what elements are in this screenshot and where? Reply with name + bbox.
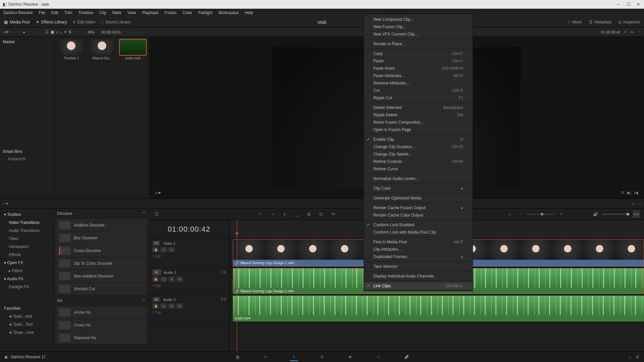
clip-audio[interactable]: audio.mp4 — [120, 40, 146, 60]
a2-auto-icon[interactable]: ◻ — [160, 303, 167, 309]
audiofx-category[interactable]: ▾ Audio FX — [0, 275, 53, 283]
a1-solo-button[interactable]: S — [168, 277, 175, 282]
media-pool-toggle[interactable]: ▦ Media Pool — [4, 20, 30, 24]
ctx-paste[interactable]: PasteCtrl+V — [364, 57, 473, 65]
ctx-conform-lock-with-media-pool-clip[interactable]: Conform Lock with Media Pool Clip — [364, 229, 473, 236]
cross-dissolve[interactable]: Cross Dissolve — [56, 245, 147, 257]
a2-solo-button[interactable]: S — [168, 303, 175, 309]
media-page-icon[interactable]: ▦ — [233, 353, 241, 361]
zoom-slider[interactable] — [527, 214, 554, 215]
menu-view[interactable]: View — [127, 10, 136, 15]
ctx-link-clips[interactable]: ✓Link ClipsCtrl+Alt+L — [364, 282, 473, 290]
selection-tool-icon[interactable]: ↖ — [257, 210, 264, 218]
ctx-enable-clip[interactable]: ✓Enable ClipD — [364, 136, 473, 143]
toolbox-category[interactable]: ▾ Toolbox — [0, 210, 53, 219]
master-bin[interactable]: Master — [3, 40, 52, 44]
replace-icon[interactable]: ⟲ — [329, 210, 337, 218]
blur-dissolve[interactable]: Blur Dissolve — [56, 232, 147, 244]
panel-toggle-icon[interactable]: ▭▾ — [3, 201, 8, 206]
fairlightfx-item[interactable]: Fairlight FX — [0, 283, 53, 291]
sort-icon[interactable]: ⇅ — [68, 30, 71, 34]
ctx-change-clip-duration-[interactable]: Change Clip Duration...Ctrl+D — [364, 143, 473, 150]
ctx-conform-lock-enabled[interactable]: ✓Conform Lock Enabled — [364, 221, 473, 229]
smart-bins-header[interactable]: Smart Bins — [3, 149, 31, 154]
arrow-iris[interactable]: Arrow Iris — [56, 306, 147, 318]
fusion-page-icon[interactable]: ⊚ — [318, 353, 326, 361]
dip-to-color-dissolve[interactable]: Dip To Color Dissolve — [56, 257, 147, 269]
ctx-cut[interactable]: CutCtrl+X — [364, 87, 473, 94]
dynamic-trim-icon[interactable]: ⫿ — [281, 210, 288, 218]
loop-icon[interactable]: ⟳ — [621, 190, 625, 195]
ctx-take-selector[interactable]: Take Selector — [364, 263, 473, 270]
ctx-paste-insert[interactable]: Paste InsertCtrl+Shift+V — [364, 65, 473, 72]
menu-edit[interactable]: Edit — [51, 10, 58, 15]
search-timeline-icon[interactable]: ⌕ — [506, 210, 513, 218]
ctx-duplicated-frames[interactable]: Duplicated Frames▸ — [364, 253, 473, 260]
ctx-retime-curve[interactable]: Retime Curve — [364, 165, 473, 173]
inspector-toggle[interactable]: ◎Inspector — [618, 20, 640, 24]
non-additive-dissolve[interactable]: Non-Additive Dissolve — [56, 270, 147, 282]
titles-item[interactable]: Titles — [0, 235, 53, 243]
dim-button[interactable]: DIM — [633, 210, 640, 218]
metadata-toggle[interactable]: ☰Metadata — [589, 20, 611, 24]
volume-slider[interactable] — [602, 214, 629, 215]
viewer-zoom[interactable]: 39% — [87, 30, 95, 34]
nav-back-icon[interactable]: ‹ — [11, 30, 12, 34]
ctx-retime-controls[interactable]: Retime ControlsCtrl+R — [364, 158, 473, 165]
edit-index-toggle[interactable]: ≡ Edit Index — [73, 20, 95, 24]
ctx-new-vfx-connect-clip-[interactable]: New VFX Connect Clip... — [364, 31, 473, 38]
list-view-icon[interactable]: ☲ — [45, 30, 49, 34]
ctx-reset-fusion-composition-[interactable]: Reset Fusion Composition... — [364, 119, 473, 126]
keywords-bin[interactable]: Keywords — [3, 154, 31, 164]
ctx-open-in-fusion-page[interactable]: Open in Fusion Page — [364, 126, 473, 133]
insert-icon[interactable]: ⊞ — [305, 210, 313, 218]
nav-fwd-icon[interactable]: › — [14, 30, 15, 34]
minimize-button[interactable]: ─ — [615, 1, 621, 7]
filters-item[interactable]: ▸ Filters — [0, 267, 53, 275]
clip-timeline1[interactable]: Timeline 1 — [58, 40, 84, 60]
timeline-view-icon[interactable]: ☲ — [153, 210, 160, 218]
zoom-out-icon[interactable]: − — [517, 210, 524, 218]
match-frame-icon[interactable]: ▶| — [627, 190, 631, 195]
a2-mute-button[interactable]: M — [176, 303, 183, 309]
effects-options-icon[interactable]: ⋯ — [637, 201, 641, 206]
ctx-render-cache-color-output[interactable]: Render Cache Color Output — [364, 212, 473, 219]
sound-library-toggle[interactable]: ♪ Sound Library — [101, 20, 130, 24]
ctx-render-cache-fusion-output[interactable]: Render Cache Fusion Output▸ — [364, 204, 473, 212]
menu-playback[interactable]: Playback — [142, 10, 158, 15]
options-icon[interactable]: ⋯ — [73, 30, 77, 34]
cross-iris[interactable]: Cross Iris — [56, 319, 147, 331]
search-icon[interactable]: ⌕ — [60, 30, 62, 34]
ctx-find-in-media-pool[interactable]: Find In Media PoolAlt+F — [364, 238, 473, 246]
menu-trim[interactable]: Trim — [64, 10, 72, 15]
a2-header[interactable]: A2Audio 22.0 🔒◻SM 1 Clip — [149, 295, 229, 322]
color-page-icon[interactable]: ✺ — [346, 353, 354, 361]
menu-color[interactable]: Color — [182, 10, 192, 15]
playhead[interactable] — [237, 220, 237, 352]
blade-tool-icon[interactable]: ⎯ — [293, 210, 301, 218]
ctx-display-individual-audio-channels[interactable]: Display Individual Audio Channels — [364, 273, 473, 280]
ctx-ripple-cut[interactable]: Ripple CutF1 — [364, 94, 473, 102]
v1-enable-icon[interactable]: ▭ — [168, 247, 175, 252]
next-clip-icon[interactable]: |◀ — [634, 190, 638, 195]
v1-lock-icon[interactable]: 🔒 — [152, 247, 159, 252]
ctx-new-fusion-clip-[interactable]: New Fusion Clip... — [364, 23, 473, 31]
menu-davinci[interactable]: DaVinci Resolve — [3, 10, 33, 15]
edit-page-icon[interactable]: ⎌ — [290, 353, 298, 361]
more-icon[interactable]: ⋯ — [17, 30, 21, 34]
search-effects-icon[interactable]: ⌕ — [632, 201, 635, 206]
thumb-view-icon[interactable]: ▦ — [51, 30, 54, 34]
menu-workspace[interactable]: Workspace — [219, 10, 239, 15]
menu-fairlight[interactable]: Fairlight — [198, 10, 213, 15]
a2-lock-icon[interactable]: 🔒 — [152, 303, 159, 309]
clip-mascot[interactable]: Mascot Ga... — [89, 40, 115, 60]
bin-view-icon[interactable]: ▭▾ — [3, 30, 9, 34]
menu-mark[interactable]: Mark — [112, 10, 121, 15]
ctx-paste-attributes-[interactable]: Paste Attributes...Alt+V — [364, 72, 473, 79]
a1-lock-icon[interactable]: 🔒 — [152, 277, 159, 282]
v1-header[interactable]: V1Video 1 🔒◻▭ 1 Clip — [149, 239, 229, 267]
ctx-new-compound-clip-[interactable]: New Compound Clip... — [364, 16, 473, 23]
ctx-ripple-delete[interactable]: Ripple DeleteDel — [364, 111, 473, 119]
home-icon[interactable]: ⌂ — [629, 355, 631, 359]
deliver-page-icon[interactable]: 🚀 — [402, 353, 411, 361]
